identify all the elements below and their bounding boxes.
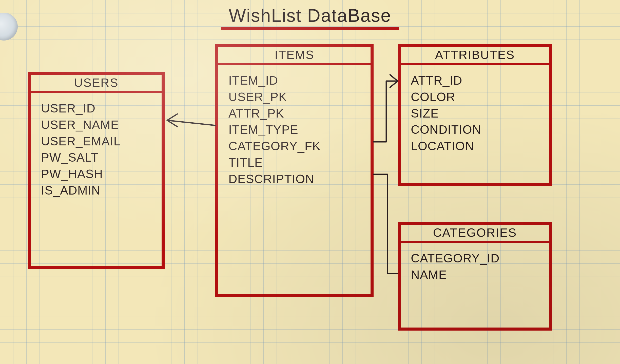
field: CATEGORY_FK bbox=[228, 138, 363, 155]
entity-categories: CATEGORIES CATEGORY_ID NAME bbox=[398, 222, 552, 331]
arrow-items-to-attributes bbox=[374, 81, 398, 142]
arrow-items-to-users bbox=[167, 120, 215, 125]
entity-users-header: USERS bbox=[31, 75, 162, 93]
entity-categories-header: CATEGORIES bbox=[401, 225, 549, 243]
entity-categories-body: CATEGORY_ID NAME bbox=[401, 243, 549, 328]
entity-attributes-header: ATTRIBUTES bbox=[401, 47, 549, 65]
field: CATEGORY_ID bbox=[411, 250, 541, 267]
field: IS_ADMIN bbox=[41, 182, 154, 199]
field: ITEM_ID bbox=[228, 72, 363, 89]
field: USER_EMAIL bbox=[41, 133, 154, 150]
entity-attributes: ATTRIBUTES ATTR_ID COLOR SIZE CONDITION … bbox=[398, 44, 552, 186]
paper-hole-punch bbox=[0, 13, 18, 41]
arrowhead-icon bbox=[167, 114, 177, 127]
field: PW_SALT bbox=[41, 149, 154, 166]
entity-users-body: USER_ID USER_NAME USER_EMAIL PW_SALT PW_… bbox=[31, 93, 162, 266]
arrowhead-icon bbox=[390, 75, 398, 87]
diagram-title: WishList DataBase bbox=[221, 5, 399, 30]
entity-items-body: ITEM_ID USER_PK ATTR_PK ITEM_TYPE CATEGO… bbox=[218, 65, 371, 294]
field: ATTR_PK bbox=[228, 105, 363, 122]
field: CONDITION bbox=[411, 122, 541, 138]
field: USER_NAME bbox=[41, 117, 154, 133]
entity-items: ITEMS ITEM_ID USER_PK ATTR_PK ITEM_TYPE … bbox=[215, 44, 374, 297]
field: COLOR bbox=[411, 89, 541, 105]
entity-items-header: ITEMS bbox=[218, 47, 371, 65]
field: TITLE bbox=[228, 155, 363, 171]
field: PW_HASH bbox=[41, 166, 154, 182]
field: SIZE bbox=[411, 105, 541, 122]
arrow-items-to-categories bbox=[374, 174, 398, 274]
field: DESCRIPTION bbox=[228, 171, 363, 187]
field: ITEM_TYPE bbox=[228, 122, 363, 138]
field: NAME bbox=[411, 267, 541, 283]
field: USER_PK bbox=[228, 89, 363, 105]
entity-attributes-body: ATTR_ID COLOR SIZE CONDITION LOCATION bbox=[401, 65, 549, 183]
field: USER_ID bbox=[41, 100, 154, 117]
field: ATTR_ID bbox=[411, 72, 541, 89]
field: LOCATION bbox=[411, 138, 541, 155]
entity-users: USERS USER_ID USER_NAME USER_EMAIL PW_SA… bbox=[28, 72, 165, 269]
